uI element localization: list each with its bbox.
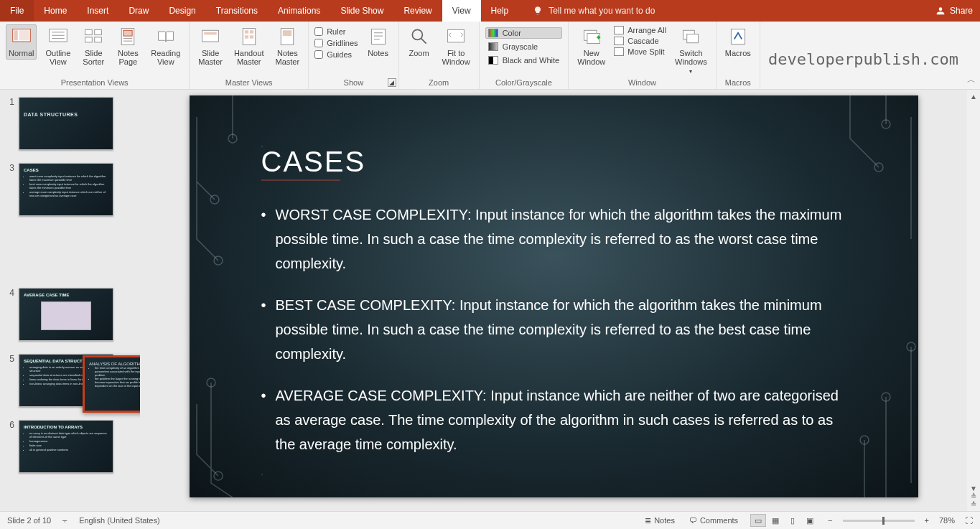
bw-label: Black and White [503,56,559,65]
color-button[interactable]: Color [485,27,562,39]
tab-insert[interactable]: Insert [77,0,118,22]
vertical-scrollbar[interactable]: ▲ ▼ ≜ ≛ [967,90,980,511]
guides-label: Guides [327,50,352,59]
thumb-3-title: CASES [24,168,108,172]
arrange-all-label: Arrange All [627,26,666,34]
zoom-out-button[interactable]: − [828,516,832,525]
show-dialog-launcher[interactable]: ◢ [388,78,396,87]
gridlines-label: Gridlines [327,39,358,47]
group-label-master-views: Master Views [195,77,302,89]
black-white-button[interactable]: Black and White [485,55,562,66]
thumb-number: 1 [4,97,14,107]
thumb-number: 6 [4,420,14,430]
guides-checkbox[interactable]: Guides [314,50,358,59]
svg-rect-21 [250,35,253,38]
fit-to-window-button[interactable]: Fit to Window [439,24,473,68]
thumb-number: 5 [4,354,14,364]
slide-thumb-4[interactable]: AVERAGE CASE TIME [19,288,113,341]
status-comments-label: Comments [700,516,738,525]
tell-me-search[interactable]: Tell me what you want to do [518,0,655,22]
tab-animations[interactable]: Animations [268,0,330,22]
slide-thumb-1[interactable]: DATA STRUCTURES [19,97,113,150]
tab-draw[interactable]: Draw [118,0,159,22]
notes-master-button[interactable]: Notes Master [273,24,303,68]
status-comments-button[interactable]: 🗩Comments [687,516,740,525]
slide-bullet-1: WORST CASE COMPLEXITY: Input instance fo… [261,202,846,276]
gridlines-checkbox[interactable]: Gridlines [314,39,358,47]
view-sorter-icon[interactable]: ▦ [767,514,783,527]
scroll-up-icon[interactable]: ▲ [970,93,977,100]
reading-view-button[interactable]: Reading View [148,24,183,68]
prev-slide-icon[interactable]: ≜ [971,492,976,500]
zoom-button[interactable]: Zoom [405,24,434,60]
macros-button[interactable]: Macros [722,24,754,60]
svg-rect-8 [95,29,102,34]
group-label-presentation-views: Presentation Views [6,77,183,89]
share-label: Share [950,6,973,16]
slide-thumb-3[interactable]: CASES worst case complexity input instan… [19,163,113,216]
accessibility-icon[interactable]: ⫟ [61,516,69,525]
color-label: Color [503,29,521,37]
tab-home[interactable]: Home [34,0,77,22]
svg-rect-19 [250,30,253,33]
share-button[interactable]: Share [935,0,973,22]
slide-bullet-2: BEST CASE COMPLEXITY: Input instance for… [261,293,846,366]
notes-page-button[interactable]: Notes Page [113,24,142,68]
switch-windows-button[interactable]: Switch Windows ▾ [672,24,710,77]
slide-canvas-area[interactable]: CASES WORST CASE COMPLEXITY: Input insta… [140,90,967,511]
group-zoom: Zoom Fit to Window Zoom [399,22,480,89]
status-slide-number[interactable]: Slide 2 of 10 [7,516,51,525]
arrange-all-button[interactable]: Arrange All [614,26,666,34]
tab-help[interactable]: Help [481,0,519,22]
new-window-button[interactable]: ✦ New Window [574,24,608,68]
reading-view-label: Reading View [151,49,180,66]
slide-thumb-6[interactable]: INTRODUCTION TO ARRAYS an array is an ab… [19,420,113,473]
thumb-number: 3 [4,163,14,173]
handout-master-button[interactable]: Handout Master [231,24,267,68]
tab-slideshow[interactable]: Slide Show [330,0,393,22]
slide-master-button[interactable]: Slide Master [195,24,225,68]
group-label-show: Show [314,77,392,89]
collapse-ribbon-button[interactable]: ︿ [967,74,976,86]
tab-design[interactable]: Design [159,0,205,22]
fit-slide-button[interactable]: ⛶ [965,516,973,525]
zoom-in-button[interactable]: + [925,516,929,525]
outline-view-button[interactable]: Outline View [42,24,73,68]
svg-rect-35 [687,34,699,43]
bw-swatch-icon [488,56,498,65]
tab-transitions[interactable]: Transitions [206,0,268,22]
svg-rect-2 [19,30,29,40]
status-notes-label: Notes [654,516,675,525]
slide-thumbnail-panel[interactable]: 1 DATA STRUCTURES 3 CASES worst case com… [0,90,140,511]
zoom-slider[interactable] [843,520,915,522]
handout-master-icon [239,27,259,47]
grayscale-button[interactable]: Grayscale [485,41,562,52]
slide-thumb-dragging[interactable]: ANALYSIS OF ALGORITHM the time complexit… [83,355,140,413]
group-presentation-views: Normal Outline View Slide Sorter Notes P… [0,22,190,89]
tab-view[interactable]: View [442,0,481,22]
move-split-button[interactable]: Move Split [614,47,666,56]
scroll-down-icon[interactable]: ▼ [970,484,977,492]
next-slide-icon[interactable]: ≛ [971,500,976,508]
slide-current[interactable]: CASES WORST CASE COMPLEXITY: Input insta… [190,95,918,497]
ruler-checkbox[interactable]: Ruler [314,27,358,36]
slide-sorter-label: Slide Sorter [83,49,104,66]
status-language[interactable]: English (United States) [79,516,160,525]
status-notes-button[interactable]: ≣Notes [643,516,677,525]
normal-view-button[interactable]: Normal [6,24,37,60]
notes-button[interactable]: Notes [364,24,393,60]
tell-me-label: Tell me what you want to do [549,6,655,16]
view-slideshow-icon[interactable]: ▣ [802,514,818,527]
tab-review[interactable]: Review [393,0,442,22]
view-normal-icon[interactable]: ▭ [750,514,766,527]
slide-sorter-button[interactable]: Slide Sorter [79,24,108,68]
svg-rect-23 [283,30,291,36]
tab-file[interactable]: File [0,0,34,22]
cascade-button[interactable]: Cascade [614,37,666,45]
notes-page-label: Notes Page [118,49,139,66]
group-show: Ruler Gridlines Guides Notes Show ◢ [309,22,398,89]
slide-bullet-3: AVERAGE CASE COMPLEXITY: Input instance … [261,383,846,457]
zoom-percent[interactable]: 78% [939,516,955,525]
handout-master-label: Handout Master [234,49,264,66]
view-reading-icon[interactable]: ▯ [785,514,801,527]
